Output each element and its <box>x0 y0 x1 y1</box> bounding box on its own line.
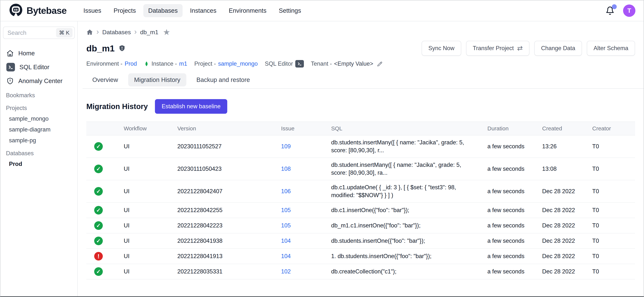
cell-created: Dec 28 2022 <box>539 203 589 218</box>
shield-icon <box>118 45 126 52</box>
cell-created: 13:08 <box>539 158 589 180</box>
meta-label: SQL Editor <box>265 60 293 67</box>
cell-duration: a few seconds <box>484 180 539 203</box>
col-created: Created <box>539 122 589 135</box>
table-row[interactable]: UI 20230111052527 109 db.students.insert… <box>86 135 635 158</box>
status-icon <box>94 267 103 276</box>
sync-now-button[interactable]: Sync Now <box>422 41 461 56</box>
sidebar-item-sample-pg[interactable]: sample-pg <box>0 135 77 146</box>
cell-sql: 1. db.students.insertOne({"foo": "bar"})… <box>328 248 484 264</box>
bookmark-star-icon[interactable]: ★ <box>163 28 170 36</box>
sidebar-item-anomaly-center[interactable]: Anomaly Center <box>0 74 77 88</box>
status-icon <box>94 165 103 173</box>
notifications-button[interactable] <box>606 6 614 15</box>
project-link[interactable]: sample_mongo <box>218 60 258 67</box>
sidebar-item-prod[interactable]: Prod <box>0 159 77 169</box>
cell-version: 20221228042255 <box>174 203 278 218</box>
status-icon <box>94 206 103 214</box>
table-row[interactable]: UI 20221228042255 105 db.c1.insertOne({"… <box>86 203 635 218</box>
sidebar-item-sample-mongo[interactable]: sample_mongo <box>0 113 77 124</box>
cell-duration: a few seconds <box>484 135 539 158</box>
breadcrumb-databases[interactable]: Databases <box>102 29 131 36</box>
cell-version: 20221228042407 <box>174 180 278 203</box>
cell-created: Dec 28 2022 <box>539 233 589 248</box>
environment-link[interactable]: Prod <box>125 60 137 67</box>
terminal-icon <box>6 63 15 72</box>
status-icon <box>94 237 103 245</box>
cell-version: 20230111052527 <box>174 135 278 158</box>
cell-duration: a few seconds <box>484 248 539 264</box>
table-row[interactable]: UI 20230111050423 108 db.student.insertM… <box>86 158 635 180</box>
cell-duration: a few seconds <box>484 158 539 180</box>
search-shortcut-badge: ⌘ K <box>56 28 72 37</box>
establish-baseline-button[interactable]: Establish new baseline <box>155 99 227 114</box>
issue-link[interactable]: 108 <box>281 166 291 172</box>
col-status <box>86 122 120 135</box>
issue-link[interactable]: 104 <box>281 237 291 244</box>
nav-item-instances[interactable]: Instances <box>185 4 221 17</box>
nav-item-projects[interactable]: Projects <box>109 4 141 17</box>
cell-creator: T0 <box>589 248 635 264</box>
cell-sql: db.students.insertMany([ { name: "Jacika… <box>328 135 484 158</box>
table-row[interactable]: UI 20221228035331 102 db.createCollectio… <box>86 264 635 279</box>
tab-migration-history[interactable]: Migration History <box>128 73 186 86</box>
nav-item-settings[interactable]: Settings <box>274 4 306 17</box>
cell-sql: db.c1.insertOne({"foo": "bar"}); <box>328 203 484 218</box>
meta-sql-editor[interactable]: SQL Editor <box>265 60 304 68</box>
breadcrumb: › Databases › db_m1 ★ <box>86 28 635 36</box>
change-data-button[interactable]: Change Data <box>534 41 582 56</box>
issue-link[interactable]: 109 <box>281 143 291 150</box>
main-nav: Issues Projects Databases Instances Envi… <box>78 4 306 17</box>
tab-overview[interactable]: Overview <box>86 73 124 86</box>
sidebar: ⌘ K Home SQL Editor <box>0 21 78 296</box>
meta-label: Tenant - <box>311 60 332 67</box>
issue-link[interactable]: 105 <box>281 222 291 229</box>
meta-label: Project - <box>194 60 216 67</box>
cell-sql: db_m1.c1.insertOne({"foo": "bar"}); <box>328 218 484 233</box>
meta-project: Project - sample_mongo <box>194 60 258 67</box>
section-label: Bookmarks <box>0 90 77 101</box>
bytebase-logo[interactable]: Bytebase <box>8 3 66 18</box>
issue-link[interactable]: 102 <box>281 268 291 275</box>
breadcrumb-home-icon[interactable] <box>86 29 93 36</box>
tab-backup-and-restore[interactable]: Backup and restore <box>190 73 256 86</box>
nav-item-databases[interactable]: Databases <box>143 4 182 17</box>
status-icon <box>94 252 103 260</box>
sidebar-section-databases: Databases Prod <box>0 148 77 169</box>
home-icon <box>6 50 14 57</box>
main-panel: › Databases › db_m1 ★ db_m1 Sync Now <box>78 21 644 296</box>
cell-creator: T0 <box>589 203 635 218</box>
notification-dot <box>612 4 617 9</box>
sidebar-item-sql-editor[interactable]: SQL Editor <box>0 60 77 74</box>
table-row[interactable]: UI 20221228042407 106 db.c1.updateOne( {… <box>86 180 635 203</box>
table-row[interactable]: UI 20221228041938 104 db.students.insert… <box>86 233 635 248</box>
transfer-project-button[interactable]: Transfer Project ⇄ <box>466 41 530 56</box>
instance-link[interactable]: m1 <box>179 60 187 67</box>
table-row[interactable]: UI 20221228042223 105 db_m1.c1.insertOne… <box>86 218 635 233</box>
nav-item-issues[interactable]: Issues <box>78 4 106 17</box>
avatar[interactable]: T <box>623 5 636 17</box>
issue-link[interactable]: 104 <box>281 253 291 259</box>
sidebar-item-home[interactable]: Home <box>0 46 77 60</box>
edit-pencil-icon[interactable] <box>376 61 383 67</box>
cell-duration: a few seconds <box>484 264 539 279</box>
sidebar-item-label: Home <box>18 50 35 57</box>
cell-workflow: UI <box>120 158 174 180</box>
sidebar-section-bookmarks: Bookmarks <box>0 90 77 101</box>
issue-link[interactable]: 105 <box>281 207 291 213</box>
search-input[interactable] <box>8 29 56 36</box>
chevron-right-icon: › <box>134 28 136 35</box>
database-meta: Environment - Prod Instance - m1 Project… <box>86 60 635 68</box>
issue-link[interactable]: 106 <box>281 188 291 194</box>
section-label: Projects <box>0 103 77 113</box>
table-row[interactable]: UI 20221228041913 104 1. db.students.ins… <box>86 248 635 264</box>
sidebar-item-sample-diagram[interactable]: sample-diagram <box>0 124 77 135</box>
page-title: db_m1 <box>86 43 115 54</box>
col-creator: Creator <box>589 122 635 135</box>
alter-schema-button[interactable]: Alter Schema <box>587 41 635 56</box>
col-workflow: Workflow <box>120 122 174 135</box>
brand-name: Bytebase <box>26 5 66 16</box>
sidebar-section-projects: Projects sample_mongo sample-diagram sam… <box>0 103 77 146</box>
nav-item-environments[interactable]: Environments <box>224 4 271 17</box>
meta-instance: Instance - m1 <box>144 60 187 68</box>
